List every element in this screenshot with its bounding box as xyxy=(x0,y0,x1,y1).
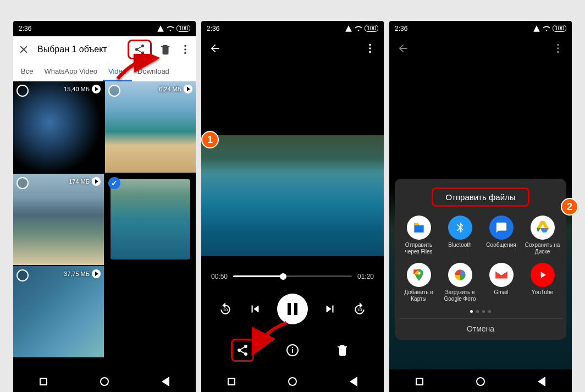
annotation-arrow xyxy=(112,54,162,84)
video-thumb-empty xyxy=(105,266,196,357)
thumb-size: 6,24 МБ xyxy=(159,86,181,92)
status-bar: 2:36 100 xyxy=(201,21,384,36)
appbar-title: Выбран 1 объект xyxy=(37,45,120,54)
share-app-youtube[interactable]: YouTube xyxy=(522,263,563,302)
nav-back-icon[interactable] xyxy=(162,377,169,387)
video-thumb[interactable]: 6,24 МБ xyxy=(105,81,196,173)
player-topbar xyxy=(201,36,384,60)
files-icon xyxy=(407,216,431,240)
share-app-bluetooth[interactable]: Bluetooth xyxy=(439,216,481,255)
time-current: 00:50 xyxy=(211,273,228,280)
tab-all[interactable]: Все xyxy=(15,63,38,81)
video-thumb[interactable]: 37,75 МБ xyxy=(13,266,104,357)
cancel-button[interactable]: Отмена xyxy=(398,318,563,334)
gallery-tabs: Все WhatsApp Video Video Download xyxy=(13,63,196,81)
messages-icon xyxy=(489,216,514,240)
player-area: 00:50 01:20 10 10 xyxy=(201,60,384,369)
play-icon xyxy=(92,177,101,186)
svg-point-2 xyxy=(184,52,186,54)
status-battery: 100 xyxy=(176,25,190,32)
android-navbar xyxy=(389,369,572,393)
seek-track[interactable] xyxy=(233,275,352,277)
replay-10-icon[interactable]: 10 xyxy=(218,301,233,317)
dimmed-background[interactable]: Отправить файлы Отправить через Files Bl… xyxy=(389,60,572,369)
status-time: 2:36 xyxy=(207,25,219,32)
select-circle[interactable] xyxy=(16,269,29,281)
svg-rect-9 xyxy=(292,349,293,353)
nav-recent-icon[interactable] xyxy=(228,378,235,385)
play-icon xyxy=(92,269,101,278)
back-icon[interactable] xyxy=(209,42,221,54)
share-app-drive[interactable]: Сохранить на Диске xyxy=(522,216,563,255)
share-app-maps[interactable]: Добавить в Карты xyxy=(398,263,439,302)
player-topbar-dimmed xyxy=(389,36,572,60)
photos-icon xyxy=(448,263,472,287)
youtube-icon xyxy=(531,263,555,287)
play-icon xyxy=(92,85,101,93)
share-sheet-title: Отправить файлы xyxy=(432,187,529,207)
step-badge-2: 2 xyxy=(561,198,578,216)
status-bar: 2:36 100 xyxy=(13,21,196,36)
thumb-size: 174 МБ xyxy=(69,178,90,185)
video-frame[interactable] xyxy=(201,135,384,256)
prev-icon[interactable] xyxy=(247,301,263,317)
share-icon[interactable] xyxy=(236,344,249,357)
seek-bar: 00:50 01:20 xyxy=(201,267,384,286)
video-thumb-selected[interactable] xyxy=(105,174,196,265)
svg-point-13 xyxy=(557,43,559,46)
status-time: 2:36 xyxy=(395,25,407,32)
svg-point-1 xyxy=(184,48,186,51)
nav-recent-icon[interactable] xyxy=(416,378,423,385)
svg-text:2: 2 xyxy=(567,201,572,212)
more-icon xyxy=(552,42,564,54)
share-app-gmail[interactable]: Gmail xyxy=(481,263,522,302)
svg-point-7 xyxy=(369,51,371,53)
status-bar: 2:36 100 xyxy=(389,21,572,36)
share-app-messages[interactable]: Сообщения xyxy=(481,216,522,255)
status-battery: 100 xyxy=(365,25,378,32)
android-navbar xyxy=(201,369,384,393)
select-circle-checked[interactable] xyxy=(108,177,120,189)
video-thumb[interactable]: 15,40 МБ xyxy=(13,81,104,173)
share-app-grid: Отправить через Files Bluetooth Сообщени… xyxy=(398,216,563,302)
step-badge-1: 1 xyxy=(201,131,219,148)
video-thumb[interactable]: 174 МБ xyxy=(13,174,104,265)
more-icon[interactable] xyxy=(364,42,376,54)
delete-button[interactable] xyxy=(331,339,354,362)
gallery-grid: 15,40 МБ 6,24 МБ 174 МБ 37,75 МБ xyxy=(13,81,196,369)
status-battery: 100 xyxy=(553,25,566,32)
nav-home-icon[interactable] xyxy=(100,377,109,386)
status-icons: 100 xyxy=(157,25,190,32)
svg-text:1: 1 xyxy=(207,134,213,145)
svg-point-14 xyxy=(557,47,559,49)
svg-point-5 xyxy=(369,43,371,46)
annotation-arrow xyxy=(248,320,292,361)
share-app-files[interactable]: Отправить через Files xyxy=(398,216,439,255)
tab-whatsapp[interactable]: WhatsApp Video xyxy=(38,63,103,81)
svg-point-0 xyxy=(184,45,186,47)
nav-home-icon[interactable] xyxy=(288,377,297,386)
nav-back-icon[interactable] xyxy=(350,377,357,387)
nav-recent-icon[interactable] xyxy=(40,378,47,385)
android-navbar xyxy=(13,369,196,393)
nav-back-icon[interactable] xyxy=(538,377,545,387)
nav-home-icon[interactable] xyxy=(476,377,485,386)
select-circle[interactable] xyxy=(108,85,120,97)
back-icon xyxy=(397,42,409,54)
next-icon[interactable] xyxy=(322,301,338,317)
select-circle[interactable] xyxy=(16,177,29,189)
gmail-icon xyxy=(489,263,514,287)
maps-icon xyxy=(407,263,431,287)
bluetooth-icon xyxy=(448,216,472,240)
drive-icon xyxy=(531,216,555,240)
share-app-photos[interactable]: Загрузить в Google Фото xyxy=(439,263,481,302)
more-icon[interactable] xyxy=(179,43,191,56)
svg-point-15 xyxy=(557,51,559,53)
forward-10-icon[interactable]: 10 xyxy=(352,301,367,317)
player-controls: 10 10 xyxy=(201,294,384,324)
select-circle[interactable] xyxy=(16,85,29,97)
close-icon[interactable] xyxy=(18,43,30,56)
share-sheet: Отправить файлы Отправить через Files Bl… xyxy=(395,179,566,340)
time-total: 01:20 xyxy=(357,273,374,280)
phone-player: 2:36 100 00:50 01:20 10 10 xyxy=(201,21,384,393)
